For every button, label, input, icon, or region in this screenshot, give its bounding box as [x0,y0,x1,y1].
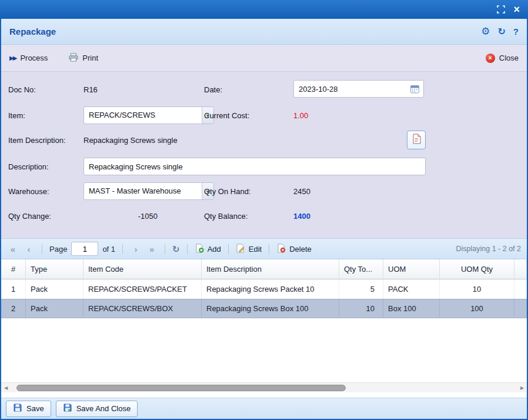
grid-refresh-icon[interactable]: ↻ [172,245,180,254]
column-header-item-description[interactable]: Item Description [202,259,339,279]
column-header-num[interactable]: # [1,259,26,279]
toolbar-separator [269,244,269,254]
column-header-item-code[interactable]: Item Code [83,259,202,279]
toolbar-separator [122,244,123,254]
scrollbar-track[interactable] [11,383,517,392]
cell-num: 1 [1,279,26,299]
qty-change-value: -1050 [83,208,158,225]
cell-uom: Box 100 [383,299,440,318]
cell-type: Pack [26,299,83,318]
table-row[interactable]: 2 Pack REPACK/SCREWS/BOX Repackaging Scr… [1,299,527,318]
doc-no-value: R16 [83,81,98,99]
item-description-label: Item Description: [8,132,66,149]
warehouse-combo-value: MAST - Master Warehouse [84,183,202,199]
window-close-icon[interactable]: × [513,4,520,15]
toolbar-separator [42,244,42,254]
save-and-close-button[interactable]: Save And Close [56,401,138,417]
cell-item-code: REPACK/SCREWS/PACKET [83,279,202,299]
add-button[interactable]: Add [195,244,221,255]
refresh-icon[interactable]: ↻ [497,27,505,36]
report-button[interactable] [407,131,426,149]
gear-icon[interactable]: ⚙ [481,26,490,36]
repackage-window: × Repackage ⚙ ↻ ? ▶▶ Process Print [0,0,528,420]
page-last-icon[interactable]: » [146,245,158,254]
toolbar-separator [228,244,229,254]
cell-uom-qty: 100 [440,299,514,318]
add-icon [195,244,204,255]
displaying-status: Displaying 1 - 2 of 2 [456,245,521,253]
cell-item-code: REPACK/SCREWS/BOX [83,299,202,318]
save-and-close-label: Save And Close [76,404,131,413]
table-row[interactable]: 1 Pack REPACK/SCREWS/PACKET Repackaging … [1,279,527,299]
grid-toolbar: « ‹ Page of 1 › » ↻ Add [1,238,527,259]
printer-icon [69,53,78,64]
maximize-icon[interactable] [497,5,505,14]
scroll-left-icon[interactable]: ◀ [1,385,11,391]
page-of-label: of 1 [102,245,115,254]
print-button[interactable]: Print [69,53,98,64]
date-input[interactable] [294,85,410,94]
column-header-type[interactable]: Type [26,259,83,279]
print-label: Print [82,54,98,62]
save-button[interactable]: Save [6,401,51,417]
delete-button[interactable]: Delete [276,244,312,255]
item-label: Item: [8,107,25,125]
cell-qty-to: 10 [339,299,383,318]
item-description-value: Repackaging Screws single [83,132,178,149]
column-header-filler [514,259,527,279]
qty-change-label: Qty Change: [8,208,51,225]
scrollbar-thumb[interactable] [16,385,346,391]
grid-header-row: # Type Item Code Item Description Qty To… [1,259,527,279]
items-grid: # Type Item Code Item Description Qty To… [1,259,527,398]
qty-balance-value: 1400 [293,208,310,225]
item-combo-value: REPACK/SCREWS [84,107,202,124]
current-cost-value: 1.00 [293,107,308,125]
process-icon: ▶▶ [9,55,16,61]
cell-filler [514,279,527,299]
warehouse-combo[interactable]: MAST - Master Warehouse ▾ [83,182,214,200]
process-button[interactable]: ▶▶ Process [9,54,48,62]
document-icon [412,134,421,146]
close-label: Close [499,54,519,62]
qty-on-hand-label: Qty On Hand: [204,183,250,201]
doc-no-label: Doc No: [8,81,36,99]
panel-header: Repackage ⚙ ↻ ? [1,19,527,45]
items-table: # Type Item Code Item Description Qty To… [1,259,527,318]
cell-uom: PACK [383,279,440,299]
qty-on-hand-value: 2450 [293,183,310,201]
close-button[interactable]: × Close [486,54,519,63]
column-header-qty-to[interactable]: Qty To... [339,259,383,279]
cell-qty-to: 5 [339,279,383,299]
date-label: Date: [204,81,222,99]
footer-toolbar: Save Save And Close [1,398,527,419]
page-next-icon[interactable]: › [130,245,142,254]
item-combo[interactable]: REPACK/SCREWS ▾ [83,106,214,124]
save-label: Save [26,404,44,413]
cell-item-description: Repackaging Screws Box 100 [202,299,339,318]
edit-button[interactable]: Edit [236,244,262,255]
column-header-uom-qty[interactable]: UOM Qty [440,259,514,279]
add-label: Add [208,245,221,254]
repackage-form: Doc No: R16 Date: Item: REPACK/SCREWS ▾ [1,72,527,238]
cell-filler [514,299,527,318]
main-toolbar: ▶▶ Process Print × Close [1,45,527,72]
date-field[interactable] [293,80,424,98]
page-first-icon[interactable]: « [7,245,19,254]
cell-num: 2 [1,299,26,318]
column-header-uom[interactable]: UOM [383,259,440,279]
calendar-icon[interactable] [410,85,423,94]
edit-label: Edit [249,245,262,254]
process-label: Process [20,54,48,62]
qty-balance-label: Qty Balance: [204,208,248,225]
scroll-right-icon[interactable]: ▶ [517,385,527,391]
help-icon[interactable]: ? [513,27,519,36]
edit-icon [236,244,245,255]
description-input[interactable] [83,158,426,175]
cell-item-description: Repackaging Screws Packet 10 [202,279,339,299]
toolbar-separator [187,244,188,254]
page-prev-icon[interactable]: ‹ [23,245,35,254]
toolbar-separator [165,244,165,254]
page-input[interactable] [71,242,98,256]
horizontal-scrollbar[interactable]: ◀ ▶ [1,382,527,392]
header-tools: ⚙ ↻ ? [481,26,519,36]
